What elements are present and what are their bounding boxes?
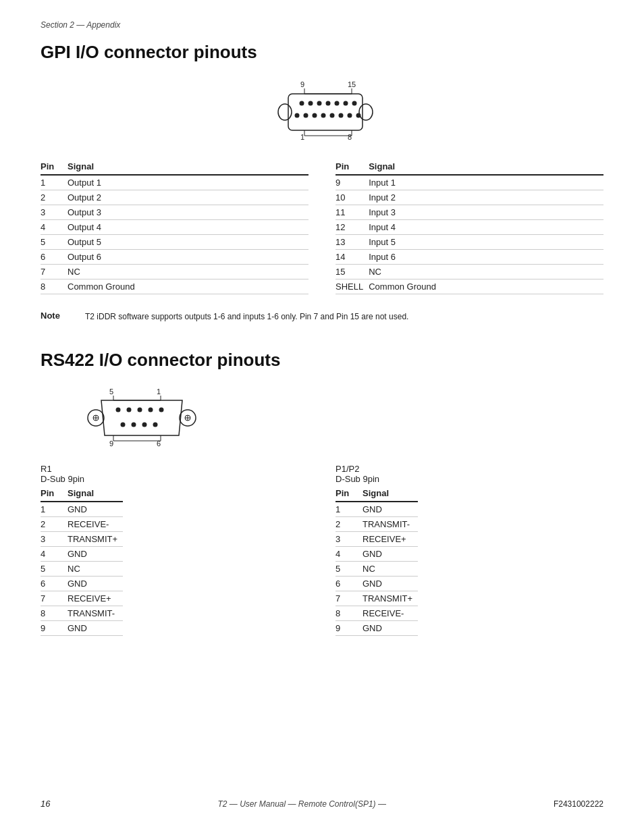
table-row: 13Input 5 — [336, 235, 603, 250]
signal-name: RECEIVE- — [68, 517, 123, 532]
pin-number: 6 — [41, 250, 68, 265]
table-row: SHELLCommon Ground — [336, 279, 603, 294]
pin-number: 4 — [41, 547, 68, 562]
pin-number: 15 — [336, 265, 369, 279]
svg-point-14 — [304, 113, 308, 118]
signal-name: Input 2 — [369, 190, 603, 205]
rs422-p1p2-col-pin: Pin — [336, 485, 363, 502]
gpi-table-left: Pin Signal 1Output 12Output 23Output 34O… — [41, 159, 308, 294]
signal-name: TRANSMIT- — [68, 606, 123, 621]
svg-point-18 — [339, 113, 344, 118]
table-row: 11Input 3 — [336, 205, 603, 220]
rs422-p1p2-col-signal: Signal — [363, 485, 418, 502]
svg-point-8 — [317, 101, 322, 106]
rs422-r1-table: Pin Signal 1GND2RECEIVE-3TRANSMIT+4GND5N… — [41, 485, 123, 636]
signal-name: GND — [363, 502, 418, 517]
signal-name: GND — [363, 621, 418, 636]
table-row: 4Output 4 — [41, 220, 308, 235]
signal-name: TRANSMIT+ — [68, 532, 123, 547]
footer-page-number: 16 — [41, 799, 50, 809]
pin-number: 11 — [336, 205, 369, 220]
svg-point-37 — [116, 408, 121, 412]
svg-text:6: 6 — [157, 439, 161, 448]
svg-point-43 — [132, 423, 136, 427]
gpi-pin1-label: 1 — [300, 133, 304, 140]
svg-point-42 — [121, 423, 126, 427]
pin-number: 8 — [41, 606, 68, 621]
table-row: 15NC — [336, 265, 603, 279]
pin-number: 9 — [336, 175, 369, 190]
svg-point-16 — [321, 113, 326, 118]
table-row: 6GND — [41, 577, 123, 591]
signal-name: Common Ground — [68, 279, 308, 294]
pin-number: 3 — [336, 532, 363, 547]
svg-point-45 — [153, 423, 158, 427]
svg-point-6 — [300, 101, 304, 106]
svg-text:9: 9 — [109, 439, 113, 448]
signal-name: GND — [68, 621, 123, 636]
svg-point-10 — [335, 101, 340, 106]
table-row: 12Input 4 — [336, 220, 603, 235]
table-row: 7NC — [41, 265, 308, 279]
gpi-right-col-pin: Pin — [336, 159, 369, 175]
rs422-r1-block: R1 D-Sub 9pin Pin Signal 1GND2RECEIVE-3T… — [41, 464, 308, 636]
svg-point-44 — [142, 423, 147, 427]
signal-name: TRANSMIT+ — [363, 591, 418, 606]
table-row: 4GND — [41, 547, 123, 562]
svg-point-4 — [278, 104, 292, 120]
table-row: 5Output 5 — [41, 235, 308, 250]
signal-name: GND — [68, 502, 123, 517]
signal-name: Input 4 — [369, 220, 603, 235]
pin-number: 12 — [336, 220, 369, 235]
gpi-pin9-label: 9 — [300, 80, 304, 88]
signal-name: Output 3 — [68, 205, 308, 220]
pin-number: 2 — [41, 190, 68, 205]
pin-number: 6 — [41, 577, 68, 591]
gpi-connector-diagram-area: 9 15 — [41, 79, 603, 140]
signal-name: NC — [369, 265, 603, 279]
signal-name: Input 1 — [369, 175, 603, 190]
svg-point-12 — [352, 101, 357, 106]
gpi-note-text: T2 iDDR software supports outputs 1-6 an… — [85, 311, 408, 323]
table-row: 1Output 1 — [41, 175, 308, 190]
svg-point-11 — [344, 101, 348, 106]
signal-name: Input 6 — [369, 250, 603, 265]
signal-name: Output 6 — [68, 250, 308, 265]
signal-name: Input 3 — [369, 205, 603, 220]
signal-name: NC — [68, 562, 123, 577]
svg-point-9 — [326, 101, 331, 106]
gpi-right-col-signal: Signal — [369, 159, 603, 175]
pin-number: 1 — [41, 502, 68, 517]
section-label: Section 2 — Appendix — [41, 20, 603, 30]
pin-number: 1 — [336, 502, 363, 517]
pin-number: 8 — [41, 279, 68, 294]
page-footer: 16 T2 — User Manual — Remote Control(SP1… — [0, 799, 644, 809]
signal-name: GND — [363, 547, 418, 562]
signal-name: Output 4 — [68, 220, 308, 235]
signal-name: TRANSMIT- — [363, 517, 418, 532]
svg-point-13 — [295, 113, 300, 118]
gpi-section-title: GPI I/O connector pinouts — [41, 42, 603, 63]
pin-number: 7 — [41, 591, 68, 606]
signal-name: RECEIVE- — [363, 606, 418, 621]
signal-name: Output 1 — [68, 175, 308, 190]
gpi-pin8-label: 8 — [348, 133, 352, 140]
table-row: 2RECEIVE- — [41, 517, 123, 532]
gpi-note-row: Note T2 iDDR software supports outputs 1… — [41, 311, 603, 323]
table-row: 8Common Ground — [41, 279, 308, 294]
table-row: 3TRANSMIT+ — [41, 532, 123, 547]
rs422-p1p2-table: Pin Signal 1GND2TRANSMIT-3RECEIVE+4GND5N… — [336, 485, 418, 636]
table-row: 2TRANSMIT- — [336, 517, 418, 532]
table-row: 8TRANSMIT- — [41, 606, 123, 621]
pin-number: 13 — [336, 235, 369, 250]
pin-number: 9 — [41, 621, 68, 636]
signal-name: NC — [363, 562, 418, 577]
signal-name: GND — [68, 577, 123, 591]
table-row: 3Output 3 — [41, 205, 308, 220]
pin-number: 1 — [41, 175, 68, 190]
gpi-left-col-pin: Pin — [41, 159, 68, 175]
signal-name: RECEIVE+ — [68, 591, 123, 606]
signal-name: Common Ground — [369, 279, 603, 294]
table-row: 14Input 6 — [336, 250, 603, 265]
rs422-r1-subtitle: R1 D-Sub 9pin — [41, 464, 308, 484]
